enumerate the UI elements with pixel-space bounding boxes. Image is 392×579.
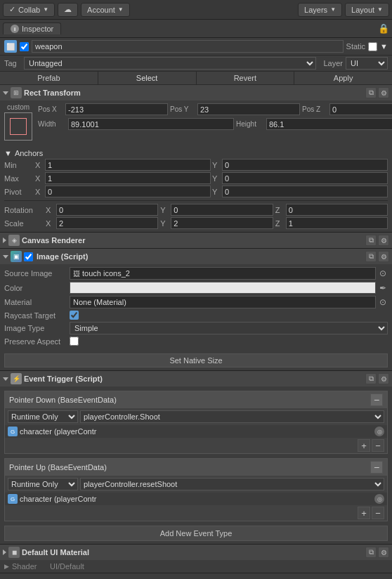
prefab-apply-button[interactable]: Apply bbox=[294, 72, 392, 84]
canvas-renderer-settings-btn[interactable]: ⚙ bbox=[378, 235, 389, 246]
object-active-checkbox[interactable] bbox=[20, 42, 29, 51]
material-settings-btn[interactable]: ⊙ bbox=[378, 297, 388, 307]
pointer-down-minus-btn[interactable]: − bbox=[370, 393, 383, 406]
default-material-component: ◼ Default UI Material ⧉ ⚙ ▶ Shader UI/De… bbox=[0, 545, 392, 573]
layer-select[interactable]: UI bbox=[346, 57, 388, 70]
anchor-min-x-input[interactable] bbox=[45, 159, 211, 171]
pointer-up-runtime-select[interactable]: Runtime Only bbox=[8, 478, 78, 490]
pointer-down-minus2-btn[interactable]: − bbox=[372, 439, 384, 452]
default-material-copy-btn[interactable]: ⧉ bbox=[365, 547, 377, 558]
anchor-max-y-input[interactable] bbox=[222, 172, 388, 184]
object-name-input[interactable] bbox=[32, 40, 344, 53]
canvas-renderer-copy-btn[interactable]: ⧉ bbox=[365, 235, 377, 246]
rect-transform-expand-icon bbox=[3, 91, 8, 95]
image-script-checkbox[interactable] bbox=[24, 252, 33, 261]
canvas-renderer-component: ◈ Canvas Renderer ⧉ ⚙ bbox=[0, 233, 392, 249]
anchor-max-x-input[interactable] bbox=[45, 172, 211, 184]
layers-button[interactable]: Layers ▼ bbox=[298, 3, 342, 17]
pointer-down-plus-btn[interactable]: + bbox=[358, 439, 370, 452]
anchor-min-y-input[interactable] bbox=[222, 159, 388, 171]
pointer-up-target-btn[interactable]: ◎ bbox=[374, 494, 384, 504]
pivot-x-label: X bbox=[35, 188, 44, 196]
pointer-up-minus2-btn[interactable]: − bbox=[372, 507, 384, 519]
scale-label: Scale bbox=[4, 219, 44, 228]
tag-select[interactable]: Untagged bbox=[24, 57, 316, 70]
pos-y-label: Pos Y bbox=[170, 105, 195, 113]
cloud-button[interactable]: ☁ bbox=[58, 3, 78, 17]
pointer-up-header: Pointer Up (BaseEventData) − bbox=[5, 459, 387, 476]
rect-transform-settings-btn[interactable]: ⚙ bbox=[378, 87, 389, 98]
image-type-select[interactable]: Simple bbox=[70, 322, 388, 334]
pivot-xy: X Y bbox=[35, 186, 388, 197]
lock-icon[interactable]: 🔒 bbox=[378, 23, 389, 34]
static-label: Static bbox=[346, 42, 366, 51]
rot-y-label: Y bbox=[160, 206, 169, 214]
image-script-icon: ▣ bbox=[11, 251, 22, 262]
pos-x-input[interactable] bbox=[65, 103, 168, 115]
account-button[interactable]: Account ▼ bbox=[81, 3, 130, 17]
checkmark-icon: ✓ bbox=[9, 5, 15, 14]
rect-transform-header[interactable]: ⊞ Rect Transform ⧉ ⚙ bbox=[0, 85, 392, 100]
default-material-settings-btn[interactable]: ⚙ bbox=[378, 547, 389, 558]
pointer-down-method-select[interactable]: playerController.Shoot bbox=[80, 410, 384, 423]
image-script-settings-btn[interactable]: ⚙ bbox=[378, 251, 389, 262]
scale-z-input[interactable] bbox=[286, 217, 388, 229]
rot-z-input[interactable] bbox=[286, 204, 388, 216]
width-input[interactable] bbox=[68, 118, 234, 130]
tag-label: Tag bbox=[4, 59, 21, 67]
set-native-size-btn[interactable]: Set Native Size bbox=[4, 353, 388, 367]
event-trigger-settings-btn[interactable]: ⚙ bbox=[378, 373, 389, 384]
pointer-up-method-select[interactable]: playerController.resetShoot bbox=[80, 478, 384, 490]
account-arrow-icon: ▼ bbox=[118, 6, 124, 13]
event-trigger-header[interactable]: ⚡ Event Trigger (Script) ⧉ ⚙ bbox=[0, 371, 392, 386]
rect-transform-icon: ⊞ bbox=[11, 87, 22, 98]
scale-y-label: Y bbox=[160, 219, 169, 228]
rotation-label: Rotation bbox=[4, 206, 44, 214]
layout-button[interactable]: Layout ▼ bbox=[345, 3, 389, 17]
pointer-down-runtime-select[interactable]: Runtime Only bbox=[8, 410, 78, 423]
default-material-header[interactable]: ◼ Default UI Material ⧉ ⚙ bbox=[0, 545, 392, 560]
height-input[interactable] bbox=[266, 118, 392, 130]
color-field[interactable] bbox=[70, 282, 376, 294]
pos-y-input[interactable] bbox=[197, 103, 300, 115]
preserve-aspect-checkbox[interactable] bbox=[70, 337, 79, 346]
rot-x-input[interactable] bbox=[56, 204, 158, 216]
static-arrow-icon[interactable]: ▼ bbox=[380, 42, 388, 51]
image-script-copy-btn[interactable]: ⧉ bbox=[365, 251, 377, 262]
prefab-select-button[interactable]: Select bbox=[98, 72, 197, 84]
eyedropper-btn[interactable]: ✒ bbox=[378, 283, 388, 293]
shader-label: Shader bbox=[12, 562, 47, 571]
rect-transform-copy-btn[interactable]: ⧉ bbox=[365, 87, 377, 98]
event-trigger-copy-btn[interactable]: ⧉ bbox=[365, 373, 377, 384]
scale-row: Scale X Y Z bbox=[4, 217, 388, 229]
canvas-renderer-header[interactable]: ◈ Canvas Renderer ⧉ ⚙ bbox=[0, 233, 392, 248]
shader-value: UI/Default bbox=[50, 562, 84, 571]
pivot-y-input[interactable] bbox=[222, 186, 388, 197]
image-script-expand-icon bbox=[3, 255, 8, 259]
collab-button[interactable]: ✓ Collab ▼ bbox=[3, 3, 55, 17]
anchors-title: Anchors bbox=[15, 149, 43, 157]
pointer-up-minus-btn[interactable]: − bbox=[370, 461, 383, 474]
pos-z-input[interactable] bbox=[329, 103, 392, 115]
pivot-x-input[interactable] bbox=[45, 186, 211, 197]
image-script-header[interactable]: ▣ Image (Script) ⧉ ⚙ bbox=[0, 249, 392, 264]
canvas-renderer-title: Canvas Renderer bbox=[22, 236, 363, 245]
pointer-down-target-btn[interactable]: ◎ bbox=[374, 427, 384, 436]
color-label: Color bbox=[4, 284, 67, 292]
scale-y-input[interactable] bbox=[171, 217, 273, 229]
rect-inner bbox=[10, 118, 27, 135]
inspector-tab[interactable]: i Inspector bbox=[3, 22, 61, 34]
pointer-up-object-row: G character (playerContr ◎ bbox=[5, 493, 387, 505]
width-label: Width bbox=[38, 120, 66, 128]
pointer-up-plus-btn[interactable]: + bbox=[358, 507, 370, 519]
add-event-type-btn[interactable]: Add New Event Type bbox=[4, 526, 388, 541]
rot-y-input[interactable] bbox=[171, 204, 273, 216]
prefab-revert-button[interactable]: Revert bbox=[197, 72, 295, 84]
static-checkbox[interactable] bbox=[368, 42, 377, 51]
raycast-row: Raycast Target bbox=[4, 311, 388, 320]
scale-x-input[interactable] bbox=[56, 217, 158, 229]
image-script-body: Source Image 🖼 touch icons_2 ⊙ Color ✒ M… bbox=[0, 264, 392, 351]
source-image-settings-btn[interactable]: ⊙ bbox=[378, 268, 388, 278]
raycast-checkbox[interactable] bbox=[70, 311, 79, 320]
image-type-row: Image Type Simple bbox=[4, 322, 388, 334]
